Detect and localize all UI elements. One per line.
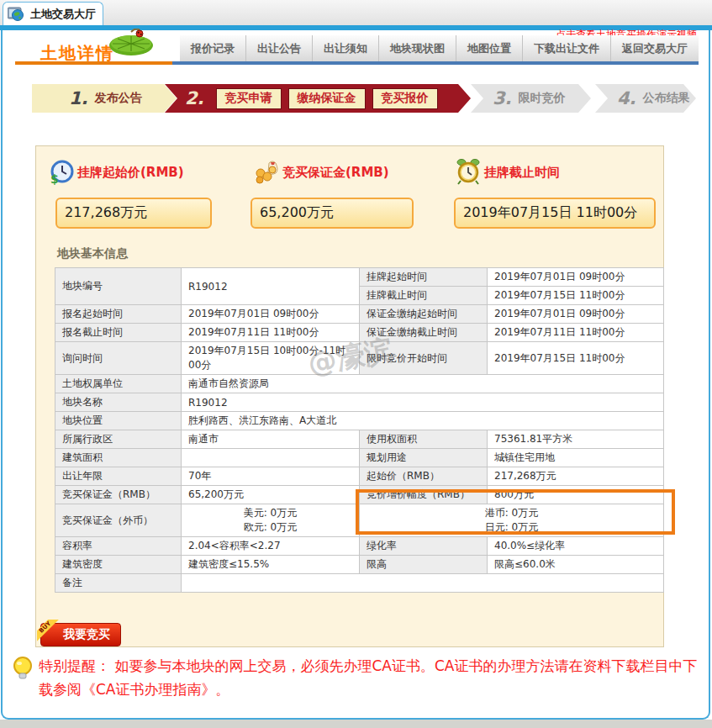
step-3-timed-auction: 3. 限时竞价 [471, 84, 591, 113]
nav-button-6[interactable]: 返回交易大厅 [610, 35, 699, 61]
table-row: 容积率2.04<容积率<2.27绿化率40.0%≤绿化率 [55, 537, 664, 556]
ca-notice-text: 特别提醒： 如要参与本地块的网上交易，必须先办理CA证书。CA证书的办理方法请在… [39, 654, 701, 701]
buy-ribbon: BUY [37, 620, 62, 645]
bulb-icon [12, 656, 34, 686]
coins-icon [254, 158, 281, 188]
table-cell-value: 限高≤60.0米 [488, 556, 664, 574]
table-cell-value: R19012 [182, 393, 664, 412]
table-cell-value: 2019年07月01日 09时00分 [488, 268, 664, 287]
table-cell-value: 2019年07月15日 11时00分 [488, 342, 664, 375]
nav-button-3[interactable]: 地块现状图 [378, 35, 456, 61]
buy-button-label: 我要竞买 [63, 627, 110, 642]
table-cell-label: 起始价（RMB） [360, 467, 488, 486]
summary-value-start-price: 217,268万元 [55, 198, 212, 229]
nav-button-4[interactable]: 地图位置 [456, 35, 522, 61]
alarm-clock-icon [456, 158, 481, 188]
table-row: 建筑面积规划用途城镇住宅用地 [55, 449, 664, 467]
table-cell-label: 限时竞价开始时间 [360, 342, 488, 375]
nav-button-0[interactable]: 报价记录 [180, 35, 245, 61]
table-cell-label: 地块编号 [55, 268, 182, 305]
table-cell-value [182, 449, 360, 467]
table-cell-value: 65,200万元 [182, 486, 360, 504]
nav-underline [172, 61, 699, 65]
step-2-bidding: 2. 竞买申请缴纳保证金竞买报价 [165, 84, 471, 113]
step-3-label: 限时竞价 [519, 91, 566, 106]
table-cell-value: 2019年07月01日 09时00分 [488, 305, 664, 324]
table-cell-value: 2019年07月15日 10时00分-11时00分 [182, 342, 360, 375]
table-cell-label: 限高 [360, 556, 488, 574]
table-cell-value: 南通市自然资源局 [182, 375, 664, 393]
table-cell-label: 规划用途 [360, 449, 488, 467]
step-4-label: 公布结果 [643, 91, 690, 106]
summary-value-deposit: 65,200万元 [251, 198, 414, 229]
table-row: 备注 [55, 574, 664, 593]
table-cell-label: 地块名称 [55, 393, 182, 412]
table-cell-label: 所属行政区 [55, 430, 182, 449]
step-2-button-2[interactable]: 竞买报价 [372, 88, 438, 109]
table-cell-value: 217,268万元 [488, 467, 664, 486]
table-cell-label: 报名起始时间 [55, 305, 182, 324]
table-cell-label: 建筑密度 [55, 556, 182, 574]
table-row: 报名截止时间2019年07月11日 11时00分保证金缴纳截止时间2019年07… [55, 324, 664, 342]
logo-underline [15, 61, 172, 65]
table-cell-label: 容积率 [55, 537, 182, 556]
table-cell-value: 800万元 [488, 486, 664, 504]
step-3-number: 3. [493, 88, 512, 108]
summary-label-deadline: 挂牌截止时间 [484, 165, 560, 181]
tab-title: 土地交易大厅 [30, 7, 96, 22]
step-2-buttons: 竞买申请缴纳保证金竞买报价 [216, 88, 438, 109]
table-cell-label: 竞买保证金（RMB） [55, 486, 182, 504]
step-4-number: 4. [617, 88, 636, 108]
table-row: 所属行政区南通市使用权面积75361.81平方米 [55, 430, 664, 449]
table-row: 地块位置胜利路西、洪江东路南、A大道北 [55, 412, 664, 430]
leaf-icon [106, 29, 161, 61]
table-cell-value: 港币: 0万元 日元: 0万元 [360, 504, 664, 537]
table-cell-label: 竞买保证金（外币） [55, 504, 182, 537]
table-cell-value: 2.04<容积率<2.27 [182, 537, 360, 556]
summary-label-start-price: 挂牌起始价(RMB) [77, 165, 184, 181]
summary-value-deadline: 2019年07月15日 11时00分 [454, 198, 656, 229]
table-cell-value: 2019年07月15日 11时00分 [488, 287, 664, 305]
nav-button-2[interactable]: 出让须知 [312, 35, 378, 61]
table-cell-label: 绿化率 [360, 537, 488, 556]
table-cell-value: 建筑密度≤15.5% [182, 556, 360, 574]
step-2-button-0[interactable]: 竞买申请 [216, 88, 282, 109]
step-1-number: 1. [69, 88, 88, 108]
table-cell-label: 报名截止时间 [55, 324, 182, 342]
table-cell-value: 胜利路西、洪江东路南、A大道北 [182, 412, 664, 430]
table-cell-label: 建筑面积 [55, 449, 182, 467]
table-cell-label: 询问时间 [55, 342, 182, 375]
table-row: 地块编号R19012挂牌起始时间2019年07月01日 09时00分 [55, 268, 664, 287]
section-title: 地块基本信息 [57, 246, 128, 261]
svg-text:$: $ [50, 172, 59, 185]
table-row: 建筑密度建筑密度≤15.5%限高限高≤60.0米 [55, 556, 664, 574]
nav-bar: 报价记录出让公告出让须知地块现状图地图位置下载出让文件返回交易大厅 [180, 35, 699, 61]
land-info-table: 地块编号R19012挂牌起始时间2019年07月01日 09时00分挂牌截止时间… [55, 267, 664, 593]
nav-button-1[interactable]: 出让公告 [245, 35, 312, 61]
table-cell-value: 美元: 0万元 欧元: 0万元 [182, 504, 360, 537]
table-cell-value: 城镇住宅用地 [488, 449, 664, 467]
table-cell-label: 土地权属单位 [55, 375, 182, 393]
table-cell-label: 地块位置 [55, 412, 182, 430]
table-row: 竞买保证金（RMB）65,200万元竞价增价幅度（RMB）800万元 [55, 486, 664, 504]
steps-bar: 1. 发布公告 2. 竞买申请缴纳保证金竞买报价 3. 限时竞价 4. 公布结果 [32, 84, 696, 113]
table-cell-value: 70年 [182, 467, 360, 486]
bottom-strip [0, 720, 712, 728]
table-cell-value: 75361.81平方米 [488, 430, 664, 449]
browser-tab[interactable]: 土地交易大厅 [3, 2, 103, 25]
table-row: 竞买保证金（外币）美元: 0万元 欧元: 0万元港币: 0万元 日元: 0万元 [55, 504, 664, 537]
table-row: 询问时间2019年07月15日 10时00分-11时00分限时竞价开始时间201… [55, 342, 664, 375]
summary-label-deposit: 竞买保证金(RMB) [282, 165, 389, 181]
step-4-results: 4. 公布结果 [595, 84, 696, 113]
table-cell-label: 挂牌起始时间 [360, 268, 488, 287]
table-row: 地块名称R19012 [55, 393, 664, 412]
step-2-number: 2. [185, 88, 204, 108]
table-cell-value: R19012 [182, 268, 360, 305]
table-cell-label: 出让年限 [55, 467, 182, 486]
step-2-button-1[interactable]: 缴纳保证金 [288, 88, 366, 109]
nav-button-5[interactable]: 下载出让文件 [522, 35, 610, 61]
step-1-label: 发布公告 [95, 91, 142, 106]
table-cell-value: 40.0%≤绿化率 [488, 537, 664, 556]
buy-button[interactable]: BUY 我要竞买 [40, 623, 121, 646]
globe-icon [8, 7, 24, 22]
